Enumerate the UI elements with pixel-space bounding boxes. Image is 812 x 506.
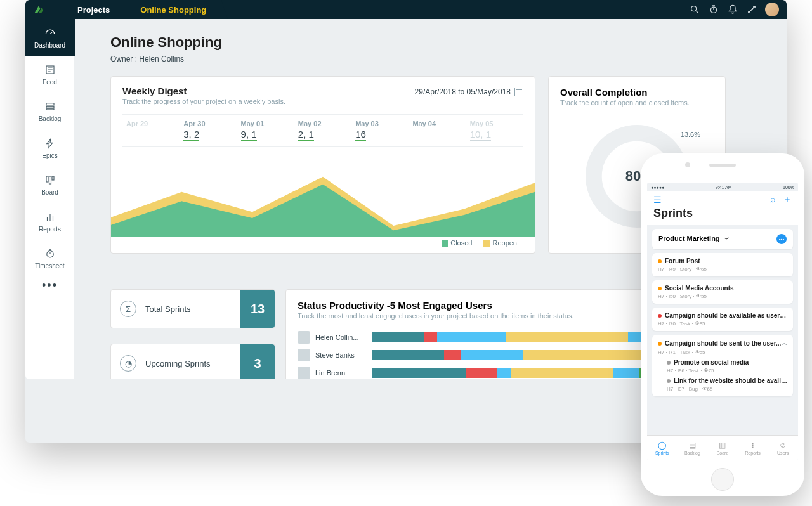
phone-tab[interactable]: ◯Sprints <box>647 436 678 460</box>
page-title: Online Shopping <box>110 34 726 51</box>
phone-home-button[interactable] <box>711 468 734 491</box>
phone-list-item[interactable]: Forum PostH7 · I49 · Story · 👁65 <box>652 253 793 276</box>
sidebar-label: Reports <box>39 226 61 233</box>
phone-list-item[interactable]: Campaign should be sent to the user...︿H… <box>652 335 793 396</box>
bell-icon[interactable] <box>723 4 742 15</box>
sidebar-label: Backlog <box>39 115 62 122</box>
phone-mockup: ●●●●●9:41 AM100% ☰ ⌕ ＋ Sprints Product M… <box>641 153 804 496</box>
completion-slice-label: 13.6% <box>681 131 700 138</box>
phone-tab[interactable]: ⫶Reports <box>738 436 768 460</box>
phone-tab[interactable]: ☺Users <box>768 436 798 460</box>
page-owner: Owner : Helen Collins <box>110 55 726 63</box>
phone-project-selector[interactable]: Product Marketing ﹀ ••• <box>652 229 793 249</box>
phone-tab[interactable]: ▤Backlog <box>678 436 708 460</box>
sidebar-label: Feed <box>43 79 57 86</box>
board-icon <box>44 174 56 186</box>
completion-title: Overall Completion <box>560 87 714 98</box>
left-sidebar: Dashboard Feed Backlog Epics Board Repor… <box>25 19 75 379</box>
app-logo-icon <box>33 4 44 15</box>
search-icon[interactable] <box>685 4 704 15</box>
weekly-digest-card: Weekly Digest Track the progress of your… <box>110 76 535 254</box>
sidebar-item-backlog[interactable]: Backlog <box>25 93 75 129</box>
sidebar-item-feed[interactable]: Feed <box>25 56 75 93</box>
weekly-day[interactable]: May 0510, 1 <box>466 120 523 141</box>
sidebar-item-board[interactable]: Board <box>25 166 75 203</box>
phone-status-bar: ●●●●●9:41 AM100% <box>647 183 798 191</box>
sidebar-item-timesheet[interactable]: Timesheet <box>25 240 75 276</box>
stat-icon: Σ <box>120 301 136 317</box>
user-avatar-small <box>298 331 310 344</box>
phone-tab[interactable]: ▥Board <box>707 436 738 460</box>
user-avatar-small <box>298 349 310 361</box>
sidebar-item-epics[interactable]: Epics <box>25 129 75 166</box>
top-bar: Projects Online Shopping <box>25 0 787 19</box>
phone-header: ☰ ⌕ ＋ Sprints <box>647 191 798 225</box>
phone-screen: ●●●●●9:41 AM100% ☰ ⌕ ＋ Sprints Product M… <box>647 183 798 460</box>
weekly-legend: Closed Reopen <box>122 237 523 247</box>
stat-icon: ◔ <box>120 355 136 372</box>
svg-line-1 <box>696 11 698 13</box>
user-avatar-small <box>298 367 310 379</box>
weekly-day[interactable]: Apr 29 <box>122 120 180 141</box>
svg-rect-13 <box>46 106 54 108</box>
weekly-title: Weekly Digest <box>122 86 285 96</box>
svg-rect-12 <box>46 103 54 105</box>
feed-icon <box>44 63 56 76</box>
weekly-day[interactable]: May 04 <box>409 120 466 141</box>
stat-card[interactable]: ◔Upcoming Sprints3 <box>110 344 275 379</box>
timer-icon[interactable] <box>704 4 723 15</box>
epic-icon <box>44 137 56 150</box>
phone-item-list[interactable]: Forum PostH7 · I49 · Story · 👁65Social M… <box>647 253 798 435</box>
stopwatch-icon <box>44 247 56 260</box>
phone-list-item[interactable]: Campaign should be available as user log… <box>652 308 793 331</box>
svg-point-0 <box>691 6 697 11</box>
weekly-day[interactable]: May 0316 <box>351 120 409 141</box>
weekly-subtitle: Track the progress of your project on a … <box>122 98 285 105</box>
svg-rect-16 <box>49 176 51 184</box>
nav-projects[interactable]: Projects <box>62 0 125 19</box>
svg-rect-17 <box>52 176 54 180</box>
sidebar-label: Board <box>41 189 58 196</box>
backlog-icon <box>44 100 56 113</box>
phone-tab-bar: ◯Sprints▤Backlog▥Board⫶Reports☺Users <box>647 435 798 460</box>
phone-title: Sprints <box>653 207 792 220</box>
calendar-icon <box>514 88 523 96</box>
stat-card[interactable]: ΣTotal Sprints13 <box>110 289 275 328</box>
user-avatar[interactable] <box>765 3 779 16</box>
chevron-down-icon: ﹀ <box>723 236 730 242</box>
weekly-day[interactable]: Apr 303, 2 <box>180 120 237 141</box>
weekly-days-row: Apr 29Apr 303, 2May 019, 1May 022, 1May … <box>122 114 523 147</box>
weekly-day[interactable]: May 019, 1 <box>237 120 294 141</box>
sidebar-label: Epics <box>42 152 57 159</box>
sidebar-label: Dashboard <box>34 42 65 49</box>
weekly-area-chart <box>111 152 535 237</box>
gauge-icon <box>44 27 56 39</box>
sidebar-more-icon[interactable]: ••• <box>42 279 58 292</box>
phone-list-item[interactable]: Social Media AccountsH7 · I50 · Story · … <box>652 280 793 304</box>
svg-rect-14 <box>46 108 54 110</box>
sprint-stats-column: ΣTotal Sprints13◔Upcoming Sprints3⦿Activ… <box>110 289 275 379</box>
phone-search-icon[interactable]: ⌕ <box>770 194 775 205</box>
phone-add-icon[interactable]: ＋ <box>783 194 792 205</box>
reports-icon <box>44 211 56 223</box>
phone-project-badge: ••• <box>776 234 787 244</box>
tools-icon[interactable] <box>742 4 761 15</box>
completion-subtitle: Track the count of open and closed items… <box>560 99 714 107</box>
sidebar-label: Timesheet <box>35 263 64 269</box>
weekly-day[interactable]: May 022, 1 <box>294 120 351 141</box>
nav-active-project[interactable]: Online Shopping <box>125 0 221 19</box>
sidebar-item-dashboard[interactable]: Dashboard <box>25 19 75 56</box>
hamburger-icon[interactable]: ☰ <box>653 195 662 205</box>
chevron-up-icon: ︿ <box>782 339 787 347</box>
svg-line-7 <box>50 32 52 34</box>
svg-rect-15 <box>46 176 48 182</box>
sidebar-item-reports[interactable]: Reports <box>25 203 75 240</box>
date-range-picker[interactable]: 29/Apr/2018 to 05/May/2018 <box>415 86 523 97</box>
